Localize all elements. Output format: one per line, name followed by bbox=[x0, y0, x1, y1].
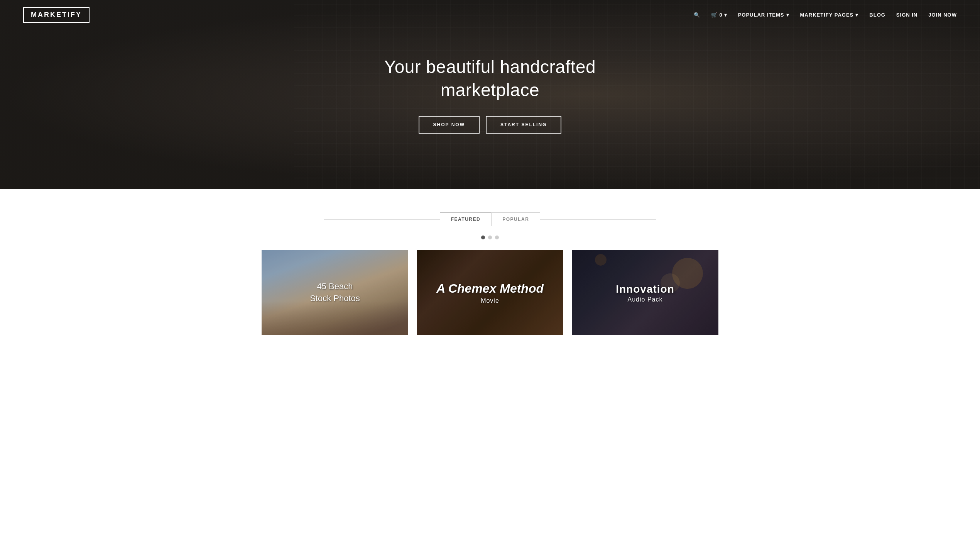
hero-title: Your beautiful handcrafted marketplace bbox=[384, 56, 596, 102]
shop-now-button[interactable]: SHOP NOW bbox=[419, 116, 480, 134]
nav-search[interactable]: 🔍 bbox=[694, 12, 700, 18]
logo-text: MARKETIFY bbox=[31, 11, 82, 19]
product-grid: 45 Beach Stock Photos A Chemex Method Mo… bbox=[0, 250, 980, 335]
start-selling-button[interactable]: START SELLING bbox=[486, 116, 561, 134]
dot-2[interactable] bbox=[488, 236, 492, 239]
product-card-audio[interactable]: Innovation Audio Pack bbox=[572, 250, 718, 335]
navbar: MARKETIFY 🔍 🛒 0 ▾ POPULAR ITEMS ▾ MARKET… bbox=[0, 0, 980, 30]
cart-chevron-icon: ▾ bbox=[724, 12, 727, 18]
coffee-title-script: A Chemex Method bbox=[436, 281, 544, 296]
product-card-beach[interactable]: 45 Beach Stock Photos bbox=[262, 250, 408, 335]
hero-content: Your beautiful handcrafted marketplace S… bbox=[384, 56, 596, 134]
tab-right-line bbox=[540, 219, 656, 220]
beach-title-text: 45 Beach Stock Photos bbox=[310, 281, 360, 305]
audio-title-main: Innovation bbox=[616, 282, 674, 296]
beach-product-title: 45 Beach Stock Photos bbox=[310, 281, 360, 305]
nav-item-join[interactable]: JOIN NOW bbox=[928, 12, 957, 18]
nav-pages-link: MARKETIFY PAGES ▾ bbox=[800, 12, 859, 18]
popular-chevron-icon: ▾ bbox=[786, 12, 789, 18]
audio-product-title: Innovation Audio Pack bbox=[616, 282, 674, 303]
coffee-subtitle: Movie bbox=[436, 297, 544, 304]
search-icon: 🔍 bbox=[694, 12, 700, 18]
content-section: FEATURED POPULAR 45 Beach Stock Photos bbox=[0, 189, 980, 351]
cart-icon: 🛒 bbox=[711, 12, 718, 18]
product-card-audio-inner: Innovation Audio Pack bbox=[572, 250, 718, 335]
nav-links: 🔍 🛒 0 ▾ POPULAR ITEMS ▾ MARKETIFY PAGES … bbox=[694, 12, 957, 18]
nav-item-blog[interactable]: BLOG bbox=[869, 12, 885, 18]
cart-count: 0 bbox=[719, 12, 722, 18]
product-card-coffee[interactable]: A Chemex Method Movie bbox=[417, 250, 563, 335]
tabs-group: FEATURED POPULAR bbox=[440, 212, 541, 226]
tab-popular[interactable]: POPULAR bbox=[491, 212, 540, 226]
nav-signin-link: SIGN IN bbox=[896, 12, 917, 18]
nav-cart[interactable]: 🛒 0 ▾ bbox=[711, 12, 727, 18]
tab-featured[interactable]: FEATURED bbox=[440, 212, 491, 226]
tab-left-line bbox=[324, 219, 440, 220]
dot-3[interactable] bbox=[495, 236, 499, 239]
nav-item-popular[interactable]: POPULAR ITEMS ▾ bbox=[738, 12, 789, 18]
product-card-coffee-inner: A Chemex Method Movie bbox=[417, 250, 563, 335]
coffee-product-title: A Chemex Method Movie bbox=[436, 281, 544, 304]
tabs-container: FEATURED POPULAR bbox=[0, 212, 980, 226]
logo[interactable]: MARKETIFY bbox=[23, 7, 90, 23]
hero-buttons: SHOP NOW START SELLING bbox=[384, 116, 596, 134]
nav-blog-link: BLOG bbox=[869, 12, 885, 18]
nav-join-link: JOIN NOW bbox=[928, 12, 957, 18]
dot-1[interactable] bbox=[481, 236, 485, 239]
nav-popular-link: POPULAR ITEMS ▾ bbox=[738, 12, 789, 18]
carousel-dots bbox=[0, 236, 980, 239]
nav-item-signin[interactable]: SIGN IN bbox=[896, 12, 917, 18]
audio-subtitle: Audio Pack bbox=[616, 296, 674, 303]
product-card-beach-inner: 45 Beach Stock Photos bbox=[262, 250, 408, 335]
pages-chevron-icon: ▾ bbox=[855, 12, 858, 18]
nav-item-pages[interactable]: MARKETIFY PAGES ▾ bbox=[800, 12, 859, 18]
